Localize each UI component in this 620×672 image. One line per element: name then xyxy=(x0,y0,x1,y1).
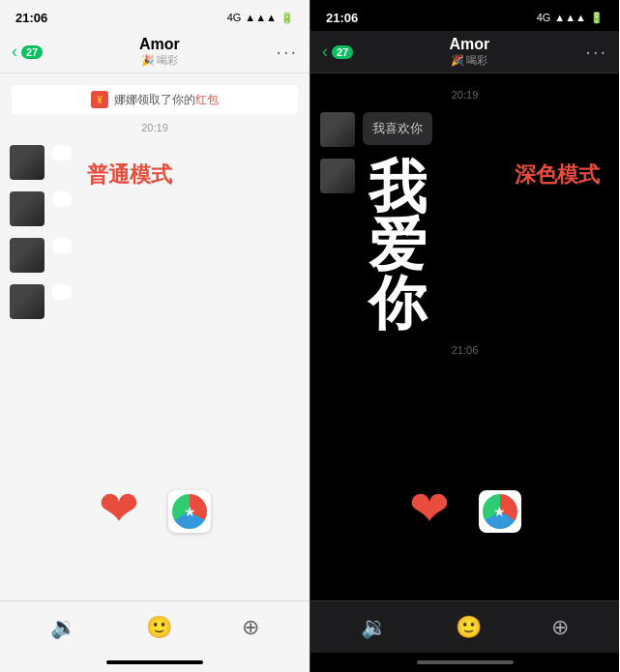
nav-title-dark: Amor xyxy=(361,36,577,53)
home-bar-light xyxy=(106,660,203,664)
big-text-dark: 我 爱 你 xyxy=(369,159,427,333)
home-bar-dark xyxy=(417,660,514,664)
signal-light: ▲▲▲ xyxy=(245,12,277,23)
time-label-2-dark: 21:06 xyxy=(310,344,619,356)
avatar-small-dark xyxy=(320,112,355,147)
status-bar-light: 21:06 4G ▲▲▲ 🔋 xyxy=(0,0,310,31)
msg-row-4-light xyxy=(0,280,310,323)
back-chevron-dark[interactable]: ‹ xyxy=(322,42,328,62)
bubble-big-dark: 我 爱 你 xyxy=(363,159,432,333)
subtitle-text-dark: 喝彩 xyxy=(466,53,487,68)
mode-label-dark: 深色模式 xyxy=(515,161,600,190)
bottom-bar-light: 🔉 🙂 ⊕ xyxy=(0,600,310,653)
subtitle-icon-light: 🎉 xyxy=(141,54,155,67)
heart-area-light: ❤ ★ xyxy=(0,484,310,533)
chat-area-dark: 20:19 我喜欢你 我 爱 你 深色模式 21:06 ❤ xyxy=(310,73,619,600)
bubble-4-light xyxy=(52,284,72,300)
home-indicator-dark xyxy=(310,653,619,672)
plus-icon-light[interactable]: ⊕ xyxy=(242,615,259,640)
network-dark: 4G xyxy=(537,12,551,23)
msg-row-3-light xyxy=(0,234,310,277)
bottom-bar-dark: 🔉 🙂 ⊕ xyxy=(310,600,619,653)
heart-icon-dark: ❤ xyxy=(409,484,450,533)
bubble-1-light xyxy=(52,145,72,161)
nav-more-dark[interactable]: ··· xyxy=(585,41,607,63)
bubble-small-dark: 我喜欢你 xyxy=(363,112,432,145)
back-chevron-light[interactable]: ‹ xyxy=(12,42,17,62)
nav-bar-dark: ‹ 27 Amor 🎉 喝彩 ··· xyxy=(310,31,619,73)
sticker-inner-light: ★ xyxy=(172,494,207,529)
status-bar-dark: 21:06 4G ▲▲▲ 🔋 xyxy=(310,0,619,31)
nav-left-dark[interactable]: ‹ 27 xyxy=(322,42,353,62)
status-icons-dark: 4G ▲▲▲ 🔋 xyxy=(537,12,604,24)
nav-more-light[interactable]: ··· xyxy=(276,41,298,63)
nav-left-light[interactable]: ‹ 27 xyxy=(12,42,43,62)
time-light: 21:06 xyxy=(15,11,47,25)
emoji-icon-dark[interactable]: 🙂 xyxy=(456,615,482,640)
mic-icon-dark[interactable]: 🔉 xyxy=(361,615,387,640)
nav-title-light: Amor xyxy=(50,36,268,53)
time-dark: 21:06 xyxy=(326,11,358,25)
notification-bar-light: ¥ 娜娜领取了你的红包 xyxy=(12,85,298,114)
network-light: 4G xyxy=(227,12,242,23)
signal-dark: ▲▲▲ xyxy=(554,12,586,23)
dark-mode-panel: 21:06 4G ▲▲▲ 🔋 ‹ 27 Amor 🎉 喝彩 ··· 20:19 xyxy=(310,0,619,672)
small-msg-text: 我喜欢你 xyxy=(372,121,423,135)
avatar-2-light xyxy=(10,191,44,226)
plus-icon-dark[interactable]: ⊕ xyxy=(551,615,569,640)
subtitle-icon-dark: 🎉 xyxy=(451,54,464,67)
msg-row-2-light xyxy=(0,188,310,230)
nav-subtitle-light: 🎉 喝彩 xyxy=(50,53,268,68)
light-mode-panel: 21:06 4G ▲▲▲ 🔋 ‹ 27 Amor 🎉 喝彩 ··· ¥ 娜娜领取… xyxy=(0,0,310,672)
time-label-1-dark: 20:19 xyxy=(310,89,619,101)
avatar-big-dark xyxy=(320,159,355,193)
emoji-icon-light[interactable]: 🙂 xyxy=(146,615,172,640)
time-label-1-light: 20:19 xyxy=(0,122,310,133)
mic-icon-light[interactable]: 🔉 xyxy=(50,615,76,640)
sticker-star-light: ★ xyxy=(184,504,196,519)
avatar-1-light xyxy=(10,145,44,180)
redpacket-icon-light: ¥ xyxy=(91,91,108,108)
heart-area-dark: ❤ ★ xyxy=(310,484,619,533)
nav-badge-dark[interactable]: 27 xyxy=(332,45,353,59)
avatar-4-light xyxy=(10,284,44,319)
sticker-star-dark: ★ xyxy=(493,504,506,519)
nav-center-light: Amor 🎉 喝彩 xyxy=(50,36,268,68)
bubble-3-light xyxy=(52,238,72,253)
notification-text-light: 娜娜领取了你的红包 xyxy=(114,92,219,108)
bubble-2-light xyxy=(52,191,72,207)
sticker-inner-dark: ★ xyxy=(483,494,517,529)
chat-area-light: ¥ 娜娜领取了你的红包 20:19 普通模式 ❤ xyxy=(0,73,310,600)
home-indicator-light xyxy=(0,653,310,672)
nav-badge-light[interactable]: 27 xyxy=(21,45,43,59)
battery-dark: 🔋 xyxy=(590,12,604,24)
sticker-box-dark: ★ xyxy=(479,490,521,533)
battery-light: 🔋 xyxy=(280,12,294,24)
msg-row-small-dark: 我喜欢你 xyxy=(310,108,619,151)
heart-icon-light: ❤ xyxy=(99,484,139,533)
status-icons-light: 4G ▲▲▲ 🔋 xyxy=(227,12,294,24)
nav-subtitle-dark: 🎉 喝彩 xyxy=(361,53,577,68)
sticker-box-light: ★ xyxy=(168,490,211,533)
avatar-3-light xyxy=(10,238,44,273)
subtitle-text-light: 喝彩 xyxy=(157,53,178,68)
nav-center-dark: Amor 🎉 喝彩 xyxy=(361,36,577,68)
mode-label-light: 普通模式 xyxy=(87,161,172,190)
nav-bar-light: ‹ 27 Amor 🎉 喝彩 ··· xyxy=(0,31,310,73)
